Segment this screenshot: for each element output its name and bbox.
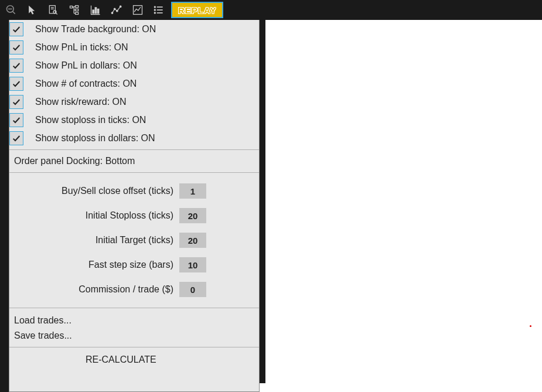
show-pnl-ticks-label: Show PnL in ticks: ON bbox=[35, 42, 128, 53]
show-stoploss-ticks-label: Show stoploss in ticks: ON bbox=[35, 115, 146, 125]
recalculate-item[interactable]: RE-CALCULATE bbox=[9, 347, 259, 372]
initial-target-input[interactable] bbox=[179, 233, 206, 248]
replay-label: REPLAY bbox=[178, 5, 216, 15]
svg-line-7 bbox=[56, 13, 57, 15]
commission-input[interactable] bbox=[179, 282, 206, 297]
show-risk-reward-checkbox[interactable] bbox=[9, 95, 23, 109]
show-stoploss-ticks-row: Show stoploss in ticks: ON bbox=[9, 111, 259, 129]
svg-rect-17 bbox=[93, 10, 94, 13]
show-stoploss-ticks-checkbox[interactable] bbox=[9, 113, 23, 127]
show-contracts-checkbox[interactable] bbox=[9, 77, 23, 91]
show-trade-background-row: Show Trade background: ON bbox=[9, 20, 259, 38]
svg-rect-9 bbox=[76, 6, 79, 8]
initial-stoploss-row: Initial Stoploss (ticks) bbox=[9, 203, 259, 228]
toggle-section: Show Trade background: ON Show PnL in ti… bbox=[9, 20, 259, 150]
save-trades-item[interactable]: Save trades... bbox=[14, 328, 259, 343]
line-chart-icon[interactable] bbox=[107, 1, 127, 19]
fast-step-input[interactable] bbox=[179, 257, 206, 272]
numeric-section: Buy/Sell close offset (ticks) Initial St… bbox=[9, 173, 259, 308]
replay-button[interactable]: REPLAY bbox=[171, 2, 223, 18]
svg-point-20 bbox=[111, 12, 113, 14]
fast-step-row: Fast step size (bars) bbox=[9, 253, 259, 277]
show-trade-background-label: Show Trade background: ON bbox=[35, 24, 156, 35]
file-actions-section: Load trades... Save trades... bbox=[9, 308, 259, 347]
load-trades-item[interactable]: Load trades... bbox=[14, 313, 259, 328]
list-icon[interactable] bbox=[149, 1, 169, 19]
svg-rect-11 bbox=[76, 12, 79, 14]
close-offset-label: Buy/Sell close offset (ticks) bbox=[9, 186, 179, 196]
show-pnl-dollars-row: Show PnL in dollars: ON bbox=[9, 56, 259, 74]
docking-label: Order panel Docking: Bottom bbox=[14, 156, 135, 166]
svg-point-22 bbox=[117, 10, 118, 12]
show-risk-reward-row: Show risk/reward: ON bbox=[9, 93, 259, 111]
show-pnl-dollars-checkbox[interactable] bbox=[9, 59, 23, 73]
fast-step-label: Fast step size (bars) bbox=[9, 260, 179, 270]
show-stoploss-dollars-row: Show stoploss in dollars: ON bbox=[9, 129, 259, 147]
commission-row: Commission / trade ($) bbox=[9, 277, 259, 302]
show-contracts-row: Show # of contracts: ON bbox=[9, 74, 259, 93]
show-trade-background-checkbox[interactable] bbox=[9, 22, 23, 36]
red-dot bbox=[530, 325, 531, 327]
svg-rect-19 bbox=[97, 9, 99, 13]
svg-point-30 bbox=[155, 12, 156, 13]
show-pnl-dollars-label: Show PnL in dollars: ON bbox=[35, 60, 137, 71]
svg-point-21 bbox=[114, 8, 115, 9]
show-pnl-ticks-checkbox[interactable] bbox=[9, 40, 23, 54]
recalculate-label: RE-CALCULATE bbox=[86, 354, 156, 365]
show-pnl-ticks-row: Show PnL in ticks: ON bbox=[9, 38, 259, 56]
initial-stoploss-label: Initial Stoploss (ticks) bbox=[9, 210, 179, 221]
svg-rect-18 bbox=[95, 8, 97, 13]
indicator-icon[interactable] bbox=[128, 1, 148, 19]
svg-point-23 bbox=[120, 6, 121, 7]
show-risk-reward-label: Show risk/reward: ON bbox=[35, 97, 127, 107]
load-trades-label: Load trades... bbox=[14, 315, 71, 325]
save-trades-label: Save trades... bbox=[14, 330, 72, 340]
show-contracts-label: Show # of contracts: ON bbox=[35, 79, 137, 89]
main-toolbar: REPLAY bbox=[0, 0, 542, 20]
tree-icon[interactable] bbox=[64, 1, 84, 19]
svg-point-28 bbox=[155, 6, 156, 8]
svg-rect-10 bbox=[76, 9, 79, 11]
settings-panel: Show Trade background: ON Show PnL in ti… bbox=[9, 20, 260, 392]
svg-rect-3 bbox=[49, 6, 55, 13]
close-offset-row: Buy/Sell close offset (ticks) bbox=[9, 179, 259, 203]
svg-rect-8 bbox=[70, 6, 73, 8]
commission-label: Commission / trade ($) bbox=[9, 284, 179, 295]
svg-line-1 bbox=[13, 12, 15, 14]
zoom-out-icon[interactable] bbox=[1, 1, 21, 19]
bar-chart-icon[interactable] bbox=[86, 1, 105, 19]
initial-target-row: Initial Target (ticks) bbox=[9, 228, 259, 253]
cursor-icon[interactable] bbox=[22, 1, 42, 19]
show-stoploss-dollars-checkbox[interactable] bbox=[9, 131, 23, 145]
document-search-icon[interactable] bbox=[43, 1, 63, 19]
initial-stoploss-input[interactable] bbox=[179, 208, 206, 223]
docking-option[interactable]: Order panel Docking: Bottom bbox=[9, 150, 259, 173]
right-strip bbox=[260, 20, 265, 383]
left-strip bbox=[0, 20, 9, 392]
close-offset-input[interactable] bbox=[179, 183, 206, 199]
svg-point-29 bbox=[155, 9, 156, 11]
initial-target-label: Initial Target (ticks) bbox=[9, 235, 179, 246]
show-stoploss-dollars-label: Show stoploss in dollars: ON bbox=[35, 133, 155, 144]
